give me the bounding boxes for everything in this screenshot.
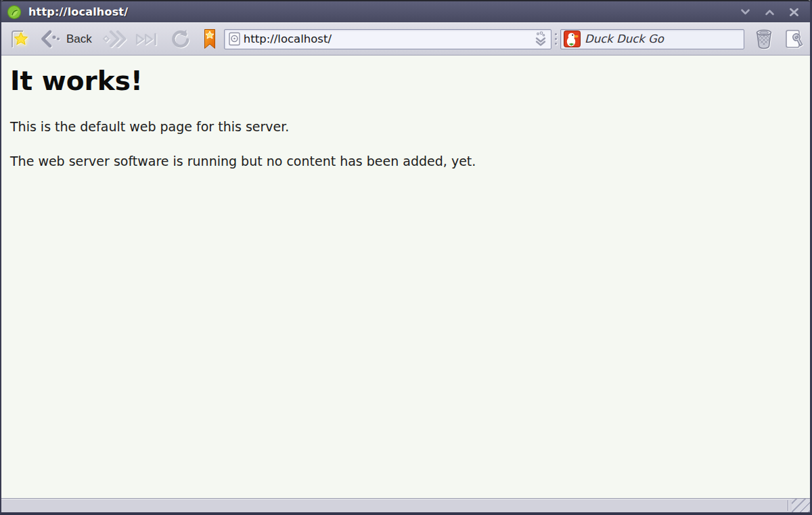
toolbar: Back	[1, 22, 810, 55]
page-content: It works! This is the default web page f…	[1, 55, 810, 498]
titlebar[interactable]: http://localhost/	[1, 0, 810, 22]
page-star-icon	[8, 28, 29, 50]
page-heading: It works!	[10, 66, 800, 96]
tools-button[interactable]	[785, 29, 803, 49]
page-globe-icon	[228, 32, 241, 46]
trash-button[interactable]	[754, 28, 774, 49]
midori-logo-icon[interactable]	[6, 4, 22, 20]
back-arrow-icon	[40, 30, 62, 48]
window-title: http://localhost/	[28, 5, 128, 18]
speed-dial-button[interactable]	[8, 28, 29, 50]
url-input[interactable]	[241, 32, 533, 45]
pane-splitter-handle[interactable]	[553, 29, 559, 49]
reload-icon	[169, 28, 190, 49]
reload-button[interactable]	[169, 28, 190, 49]
statusbar	[1, 498, 810, 512]
shade-button[interactable]	[738, 5, 752, 19]
forward-arrow-icon	[102, 30, 127, 48]
statusbar-separator	[788, 500, 789, 511]
page-paragraph: This is the default web page for this se…	[10, 119, 800, 134]
back-button[interactable]: Back	[40, 30, 92, 48]
close-button[interactable]	[787, 5, 800, 19]
resize-grip[interactable]	[792, 499, 810, 512]
maximize-button[interactable]	[763, 5, 776, 19]
url-bar	[224, 29, 551, 49]
trash-icon	[754, 28, 774, 49]
back-button-label: Back	[66, 32, 92, 46]
chevron-down-dots-icon	[533, 31, 548, 47]
chevron-up-icon	[765, 8, 775, 16]
chevron-down-icon	[740, 8, 750, 16]
bookmark-ribbon-icon	[202, 28, 217, 50]
skip-forward-button[interactable]	[134, 31, 160, 47]
browser-window: http://localhost/	[0, 0, 812, 515]
skip-forward-icon	[134, 31, 160, 47]
site-favicon-button[interactable]	[228, 32, 241, 46]
page-wrench-icon	[785, 29, 803, 49]
url-go-button[interactable]	[533, 31, 548, 47]
page-paragraph: The web server software is running but n…	[10, 154, 800, 169]
duckduckgo-icon[interactable]	[564, 30, 581, 47]
close-icon	[789, 7, 799, 17]
bookmark-button[interactable]	[202, 28, 217, 50]
search-input[interactable]	[581, 32, 741, 45]
forward-button[interactable]	[102, 30, 127, 48]
statusbar-fill	[1, 499, 788, 512]
search-bar	[560, 29, 744, 49]
